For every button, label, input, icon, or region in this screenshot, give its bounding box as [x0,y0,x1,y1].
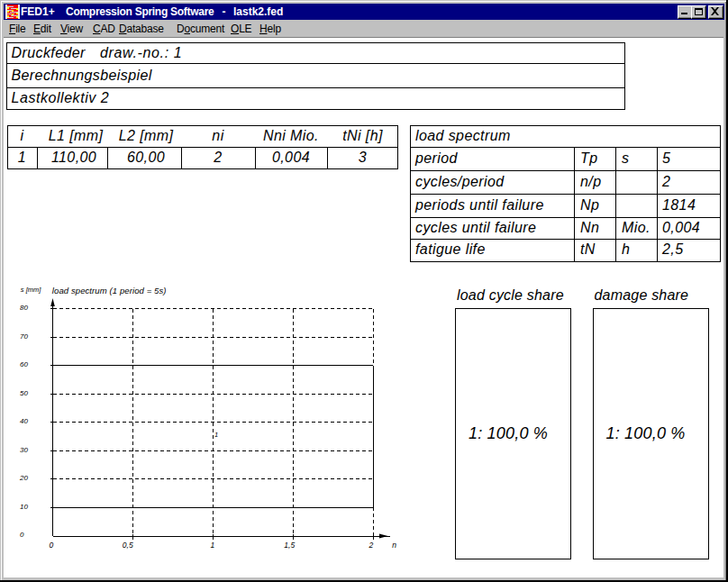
svg-text:1,5: 1,5 [284,541,295,550]
svg-text:1: 1 [211,541,215,550]
svg-text:50: 50 [20,389,28,397]
svg-text:2: 2 [369,541,374,550]
svg-text:30: 30 [20,446,28,454]
svg-text:10: 10 [20,503,28,511]
svg-text:20: 20 [19,474,28,482]
svg-text:0,5: 0,5 [123,541,133,550]
svg-text:0: 0 [50,541,54,550]
svg-text:s [mm]: s [mm] [21,286,41,294]
svg-text:1: 1 [214,431,218,439]
svg-text:60: 60 [20,360,28,368]
svg-text:n: n [392,541,396,550]
svg-text:80: 80 [20,304,28,312]
svg-text:40: 40 [20,417,28,425]
svg-text:70: 70 [20,332,28,341]
svg-text:load spectrum (1 period = 5s): load spectrum (1 period = 5s) [52,286,167,296]
svg-text:0: 0 [20,531,24,539]
